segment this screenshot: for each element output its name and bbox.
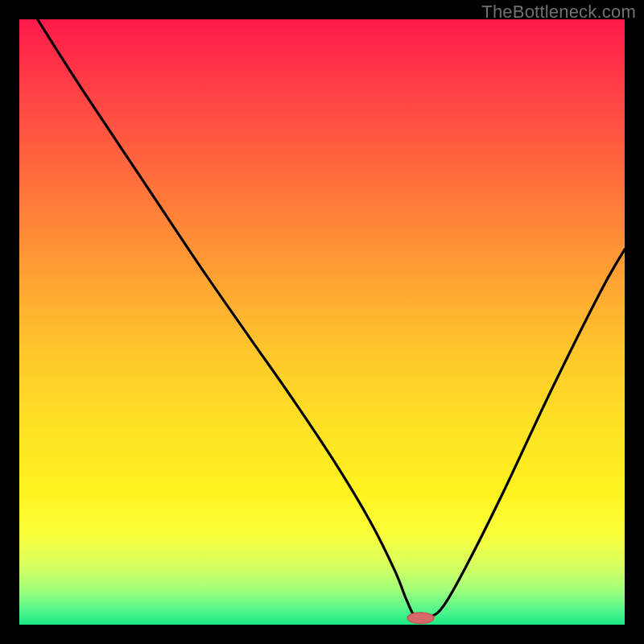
bottleneck-chart — [19, 19, 625, 625]
chart-frame: TheBottleneck.com — [0, 0, 644, 644]
gradient-background — [19, 19, 625, 625]
plot-area — [19, 19, 625, 625]
optimum-marker — [407, 613, 434, 624]
watermark-text: TheBottleneck.com — [481, 2, 636, 23]
